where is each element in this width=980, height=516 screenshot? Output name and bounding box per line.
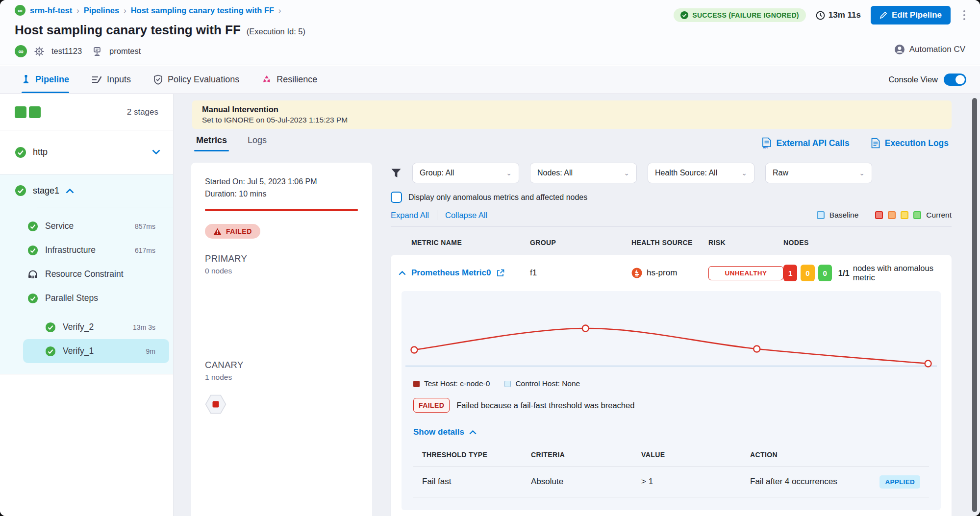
- divider: [437, 210, 437, 220]
- col-group: GROUP: [530, 239, 631, 246]
- title-row: Host sampling canary testing with FF (Ex…: [15, 23, 305, 38]
- baseline-legend-swatch: [817, 211, 825, 219]
- collapse-all-link[interactable]: Collapse All: [445, 211, 487, 220]
- tab-pipeline[interactable]: Pipeline: [22, 66, 69, 93]
- step-item-parallel-steps[interactable]: Parallel Steps: [0, 286, 173, 310]
- primary-node-count: 0 nodes: [205, 267, 358, 275]
- view-mode-dropdown[interactable]: Raw⌄: [765, 163, 872, 183]
- execution-tabbar: Pipeline Inputs Policy Evaluations Resil…: [0, 66, 980, 94]
- success-check-icon: [45, 346, 56, 357]
- logs-document-icon: [871, 138, 880, 148]
- step-duration: 617ms: [135, 246, 155, 254]
- inputs-icon: [92, 75, 102, 84]
- chevron-down-icon: ⌄: [506, 169, 512, 177]
- execution-duration: 13m 11s: [816, 10, 861, 20]
- chart-series-legend: Test Host: c-node-0 Control Host: None: [413, 379, 929, 388]
- execution-logs-link[interactable]: Execution Logs: [871, 137, 949, 149]
- chevron-down-icon[interactable]: [152, 149, 160, 155]
- analysis-failed-badge: FAILED: [413, 398, 450, 413]
- current-orange-swatch: [888, 211, 896, 219]
- execution-status-badge: SUCCESS (FAILURE IGNORED): [674, 8, 806, 22]
- step-item-verify-2[interactable]: Verify_2 13m 3s: [0, 315, 173, 339]
- tab-metrics[interactable]: Metrics: [196, 135, 227, 151]
- started-on-label: Started On: Jul 5, 2023 1:06 PM: [205, 175, 358, 188]
- canary-group-label: CANARY: [205, 360, 358, 370]
- manual-intervention-banner: Manual Intervention Set to IGNORE on 05-…: [192, 100, 952, 129]
- group-filter-dropdown[interactable]: Group: All⌄: [412, 163, 519, 183]
- current-red-swatch: [875, 211, 883, 219]
- service-tag-label[interactable]: test1123: [51, 47, 82, 56]
- harness-service-icon: ∞: [15, 45, 27, 57]
- pencil-icon: [879, 11, 887, 19]
- canary-node-count: 1 nodes: [205, 373, 358, 382]
- anomalous-only-checkbox[interactable]: [391, 192, 402, 203]
- metric-name-cell[interactable]: Prometheus Metric0: [399, 268, 530, 278]
- breadcrumb: ∞ srm-hf-test › Pipelines › Host samplin…: [15, 5, 281, 16]
- threshold-table-row: Fail fast Absolute > 1 Fail after 4 occu…: [413, 467, 929, 497]
- analysis-reason-row: FAILED Failed because a fail-fast thresh…: [413, 398, 929, 413]
- metric-row-card: Prometheus Metric0 f1 hs-prom UNHEALTHY …: [391, 255, 952, 516]
- success-check-icon: [27, 293, 38, 304]
- stages-summary: 2 stages: [0, 94, 173, 130]
- breadcrumb-project[interactable]: srm-hf-test: [30, 6, 72, 15]
- anomalous-node-count-chip: 1: [783, 265, 797, 281]
- show-details-link[interactable]: Show details: [413, 427, 929, 437]
- primary-group-label: PRIMARY: [205, 253, 358, 264]
- current-green-swatch: [913, 211, 921, 219]
- step-item-service[interactable]: Service 857ms: [0, 214, 173, 238]
- health-source-filter-dropdown[interactable]: Health Source: All⌄: [648, 163, 754, 183]
- edit-pipeline-button[interactable]: Edit Pipeline: [871, 6, 951, 25]
- metric-expanded-details: Test Host: c-node-0 Control Host: None F…: [402, 291, 941, 510]
- nodes-ratio-label: 1/1: [838, 269, 850, 278]
- success-check-icon: [45, 322, 56, 333]
- metric-filters: Group: All⌄ Nodes: All⌄ Health Source: A…: [391, 163, 952, 183]
- warning-node-count-chip: 0: [801, 265, 814, 281]
- tab-logs[interactable]: Logs: [248, 135, 267, 151]
- expand-all-link[interactable]: Expand All: [391, 211, 429, 220]
- filter-funnel-icon[interactable]: [391, 168, 402, 178]
- step-item-verify-1-selected[interactable]: Verify_1 9m: [23, 339, 169, 363]
- col-nodes: NODES: [783, 239, 952, 246]
- collapse-chevron-icon[interactable]: [399, 270, 406, 275]
- threshold-type-cell: Fail fast: [422, 477, 531, 487]
- breadcrumb-pipeline-name[interactable]: Host sampling canary testing with FF: [131, 6, 274, 15]
- chevron-down-icon: ⌄: [624, 169, 629, 177]
- resource-constraint-icon: [27, 269, 38, 280]
- step-details-panel: Manual Intervention Set to IGNORE on 05-…: [174, 94, 980, 516]
- chevron-up-icon[interactable]: [66, 188, 74, 194]
- anomalous-filter-row: Display only anomalous metrics and affec…: [391, 192, 952, 203]
- breadcrumb-pipelines[interactable]: Pipelines: [84, 6, 119, 15]
- triggered-by-user: Automation CV: [894, 44, 965, 55]
- stage-item-stage1[interactable]: stage1: [0, 174, 173, 207]
- execution-id: (Execution Id: 5): [247, 27, 305, 36]
- vertical-scrollbar[interactable]: [972, 98, 977, 512]
- canary-node-hexagon[interactable]: [205, 394, 358, 414]
- tab-resilience[interactable]: Resilience: [262, 66, 317, 93]
- healthy-node-count-chip: 0: [818, 265, 832, 281]
- header-actions: SUCCESS (FAILURE IGNORED) 13m 11s Edit P…: [674, 6, 968, 25]
- nodes-cell: 1 0 0 1/1 nodes with anomalous metric: [783, 264, 952, 282]
- step-item-infrastructure[interactable]: Infrastructure 617ms: [0, 238, 173, 262]
- nodes-filter-dropdown[interactable]: Nodes: All⌄: [530, 163, 637, 183]
- step-tabs: Metrics Logs: [196, 135, 267, 151]
- step-duration: 857ms: [135, 222, 155, 230]
- tab-policy-evaluations[interactable]: Policy Evaluations: [153, 66, 239, 93]
- more-options-menu[interactable]: [960, 8, 968, 22]
- criteria-cell: Absolute: [531, 477, 641, 487]
- nodes-summary-label: nodes with anomalous metric: [853, 264, 952, 282]
- page-title: Host sampling canary testing with FF: [15, 23, 241, 38]
- breadcrumb-separator: ›: [124, 6, 126, 15]
- success-check-icon: [27, 221, 38, 232]
- external-api-calls-link[interactable]: API External API Calls: [762, 137, 850, 149]
- pipeline-icon: [22, 74, 30, 84]
- col-metric-name: METRIC NAME: [411, 239, 530, 246]
- control-host-swatch: [504, 381, 511, 387]
- env-tag-label[interactable]: promtest: [109, 47, 141, 56]
- chevron-up-icon: [469, 430, 477, 435]
- console-view-toggle[interactable]: [944, 74, 966, 86]
- test-host-swatch: [413, 381, 420, 387]
- step-item-resource-constraint[interactable]: Resource Constraint: [0, 262, 173, 286]
- external-link-icon[interactable]: [497, 269, 504, 277]
- tab-inputs[interactable]: Inputs: [92, 66, 131, 93]
- stage-item-http[interactable]: http: [0, 130, 173, 174]
